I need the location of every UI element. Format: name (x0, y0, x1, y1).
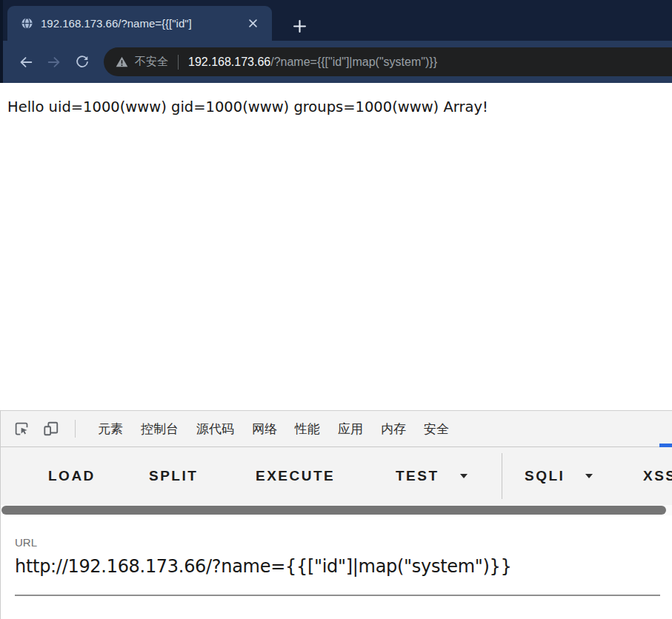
tab-title: 192.168.173.66/?name={{["id"] (41, 17, 242, 30)
tab-close-icon[interactable] (245, 16, 260, 31)
horizontal-scrollbar (1, 505, 672, 515)
hackbar-sqli-menu-button[interactable]: SQLI (514, 461, 603, 492)
hackbar-toolbar: LOAD SPLIT EXECUTE TEST SQLI XSS (1, 447, 672, 505)
hackbar-url-panel: URL http://192.168.173.66/?name={{["id"]… (1, 515, 672, 619)
devtools-tab-security[interactable]: 安全 (424, 421, 449, 438)
hackbar-xss-menu-button[interactable]: XSS (633, 461, 672, 492)
browser-tab[interactable]: 192.168.173.66/?name={{["id"] (7, 6, 272, 41)
hackbar-group-divider (502, 453, 502, 499)
devtools-tab-console[interactable]: 控制台 (141, 421, 179, 438)
caret-down-icon (585, 474, 593, 478)
globe-icon (21, 17, 33, 30)
url-field-label: URL (15, 515, 672, 549)
url-field-underline (15, 595, 660, 596)
back-icon[interactable] (15, 51, 37, 73)
new-tab-button[interactable] (289, 16, 310, 36)
devtools-tab-sources[interactable]: 源代码 (196, 421, 234, 438)
device-toolbar-icon[interactable] (41, 418, 61, 439)
devtools-tab-network[interactable]: 网络 (252, 421, 277, 438)
devtools-tabs: 元素 控制台 源代码 网络 性能 应用 内存 安全 (98, 421, 449, 438)
devtools-toolbar-divider (75, 420, 76, 438)
devtools-tab-bar: 元素 控制台 源代码 网络 性能 应用 内存 安全 (1, 411, 672, 447)
page-content: Hello uid=1000(www) gid=1000(www) groups… (0, 83, 672, 410)
security-status-label[interactable]: 不安全 (135, 55, 168, 69)
devtools-tab-application[interactable]: 应用 (338, 421, 363, 438)
hackbar-execute-button[interactable]: EXECUTE (245, 461, 345, 492)
devtools-tab-memory[interactable]: 内存 (381, 421, 406, 438)
devtools-tab-elements[interactable]: 元素 (98, 421, 123, 438)
devtools-panel: 元素 控制台 源代码 网络 性能 应用 内存 安全 LOAD SPLIT EXE… (0, 410, 672, 619)
omnibox-divider (178, 55, 179, 70)
hackbar-test-menu-button[interactable]: TEST (385, 461, 478, 492)
hackbar-split-button[interactable]: SPLIT (139, 461, 208, 492)
forward-icon[interactable] (43, 51, 65, 73)
warning-icon (116, 56, 128, 68)
devtools-tab-performance[interactable]: 性能 (295, 421, 320, 438)
url-host: 192.168.173.66 (188, 56, 270, 69)
inspect-element-icon[interactable] (11, 418, 32, 439)
scrollbar-thumb[interactable] (1, 506, 666, 515)
caret-down-icon (460, 474, 468, 478)
page-output-text: Hello uid=1000(www) gid=1000(www) groups… (0, 83, 672, 116)
address-bar[interactable]: 不安全 192.168.173.66/?name={{["id"]|map("s… (104, 47, 672, 76)
hackbar-load-button[interactable]: LOAD (38, 461, 106, 492)
url-field-value[interactable]: http://192.168.173.66/?name={{["id"]|map… (15, 556, 672, 577)
reload-icon[interactable] (71, 51, 93, 73)
browser-toolbar: 不安全 192.168.173.66/?name={{["id"]|map("s… (0, 41, 672, 83)
url-path: /?name={{["id"]|map("system")}} (270, 56, 437, 69)
tab-strip: 192.168.173.66/?name={{["id"] (0, 0, 672, 41)
